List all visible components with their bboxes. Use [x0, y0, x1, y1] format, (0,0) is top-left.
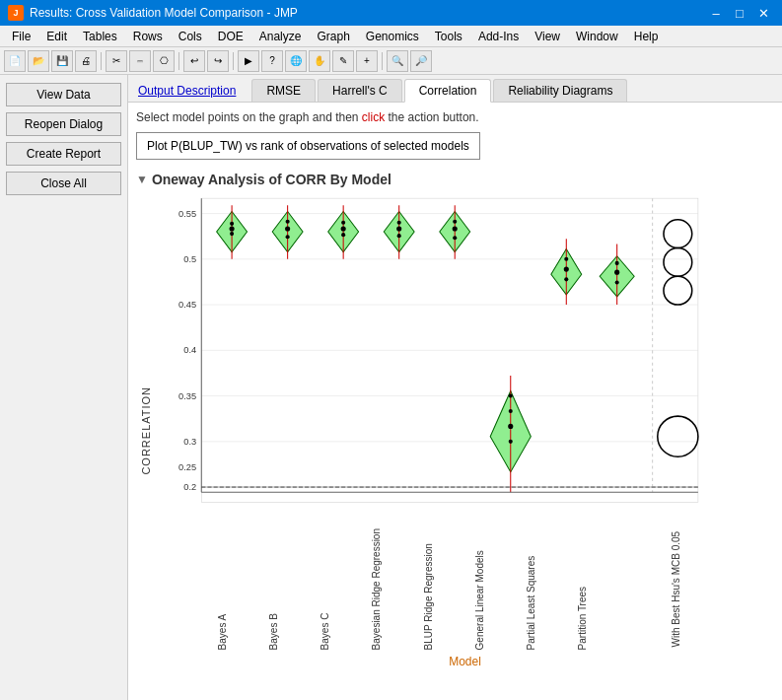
sidebar: View Data Reopen Dialog Create Report Cl… — [0, 75, 128, 700]
svg-point-25 — [286, 235, 290, 239]
menu-edit[interactable]: Edit — [38, 26, 75, 46]
toolbar-undo[interactable]: ↩ — [183, 50, 205, 72]
svg-text:0.45: 0.45 — [178, 300, 196, 310]
reopen-dialog-button[interactable]: Reopen Dialog — [6, 112, 121, 136]
svg-point-33 — [397, 234, 401, 238]
svg-point-29 — [341, 233, 345, 237]
menu-view[interactable]: View — [527, 26, 568, 46]
x-label-mcb: With Best Hsu's MCB 0.05 — [671, 528, 730, 650]
click-word: click — [362, 110, 385, 124]
app-icon: J — [8, 5, 24, 21]
tab-output-description[interactable]: Output Description — [128, 80, 246, 102]
toolbar-cursor[interactable]: ▶ — [238, 50, 259, 72]
main-area: View Data Reopen Dialog Create Report Cl… — [0, 75, 782, 700]
svg-point-39 — [508, 424, 513, 429]
svg-point-24 — [286, 220, 290, 224]
toolbar-sep2 — [178, 52, 179, 70]
svg-text:0.2: 0.2 — [183, 482, 196, 492]
menu-help[interactable]: Help — [626, 26, 667, 46]
x-label-glm: General Linear Models — [474, 528, 492, 650]
toolbar-paste[interactable]: ⎔ — [153, 50, 175, 72]
view-data-button[interactable]: View Data — [6, 83, 121, 106]
toolbar-new[interactable]: 📄 — [4, 50, 26, 72]
x-label-partition-trees: Partition Trees — [577, 528, 595, 650]
x-label-bayes-c: Bayes C — [320, 528, 337, 650]
toolbar-save[interactable]: 💾 — [51, 50, 73, 72]
menu-cols[interactable]: Cols — [171, 26, 210, 46]
toolbar-plus[interactable]: + — [356, 50, 378, 72]
chart-collapse-arrow[interactable]: ▼ — [136, 173, 148, 186]
menu-graph[interactable]: Graph — [309, 26, 357, 46]
toolbar-globe[interactable]: 🌐 — [285, 50, 307, 72]
x-label-bayes-b: Bayes B — [268, 528, 286, 650]
menu-file[interactable]: File — [4, 26, 38, 46]
window-controls: – □ ✕ — [705, 3, 774, 23]
chart-title: Oneway Analysis of CORR By Model — [152, 172, 391, 187]
svg-point-42 — [509, 394, 513, 398]
svg-point-44 — [564, 267, 569, 272]
x-label-bayes-a: Bayes A — [217, 528, 235, 650]
action-button-label[interactable]: Plot P(BLUP_TW) vs rank of observations … — [136, 132, 480, 160]
menu-tools[interactable]: Tools — [427, 26, 470, 46]
toolbar-copy[interactable]: ⎓ — [129, 50, 151, 72]
svg-text:0.35: 0.35 — [178, 391, 196, 401]
toolbar: 📄 📂 💾 🖨 ✂ ⎓ ⎔ ↩ ↪ ▶ ? 🌐 ✋ ✎ + 🔍 🔎 — [0, 47, 782, 75]
toolbar-cut[interactable]: ✂ — [106, 50, 127, 72]
tab-rmse[interactable]: RMSE — [251, 79, 316, 102]
y-axis-label: CORRELATION — [136, 193, 156, 668]
svg-point-41 — [509, 440, 513, 444]
tab-bar: Output Description RMSE Harrell's C Corr… — [128, 75, 782, 103]
svg-point-50 — [615, 280, 619, 284]
toolbar-brush[interactable]: ✎ — [332, 50, 354, 72]
toolbar-print[interactable]: 🖨 — [75, 50, 97, 72]
toolbar-zoom-in[interactable]: 🔍 — [387, 50, 408, 72]
svg-point-48 — [614, 270, 619, 275]
create-report-button[interactable]: Create Report — [6, 142, 121, 166]
chart-area[interactable]: 0.55 0.5 0.45 0.4 0.35 0.3 0.25 0.2 — [156, 193, 774, 668]
svg-text:0.3: 0.3 — [183, 437, 196, 447]
svg-text:0.4: 0.4 — [183, 345, 196, 355]
close-button[interactable]: ✕ — [752, 3, 774, 23]
maximize-button[interactable]: □ — [729, 3, 750, 23]
svg-point-23 — [285, 226, 290, 231]
toolbar-zoom-out[interactable]: 🔎 — [410, 50, 432, 72]
x-axis-title: Model — [156, 655, 774, 668]
tab-harrells-c[interactable]: Harrell's C — [318, 79, 402, 102]
menu-bar: File Edit Tables Rows Cols DOE Analyze G… — [0, 26, 782, 47]
x-label-blup-ridge: BLUP Ridge Regression — [423, 528, 441, 650]
instruction-text: Select model points on the graph and the… — [136, 110, 774, 124]
close-all-button[interactable]: Close All — [6, 172, 121, 195]
window-title: Results: Cross Validation Model Comparis… — [30, 6, 298, 20]
svg-text:0.25: 0.25 — [178, 462, 196, 472]
svg-point-20 — [230, 222, 234, 226]
menu-tables[interactable]: Tables — [75, 26, 125, 46]
toolbar-sep4 — [382, 52, 383, 70]
chart-container: CORRELATION — [136, 193, 774, 668]
menu-doe[interactable]: DOE — [210, 26, 251, 46]
svg-point-27 — [341, 226, 346, 231]
menu-rows[interactable]: Rows — [125, 26, 171, 46]
toolbar-help[interactable]: ? — [261, 50, 283, 72]
chart-svg[interactable]: 0.55 0.5 0.45 0.4 0.35 0.3 0.25 0.2 — [156, 193, 774, 527]
tab-correlation[interactable]: Correlation — [404, 79, 492, 103]
toolbar-sep1 — [101, 52, 102, 70]
menu-analyze[interactable]: Analyze — [251, 26, 310, 46]
content-panel: Select model points on the graph and the… — [128, 103, 782, 700]
tab-reliability-diagrams[interactable]: Reliability Diagrams — [493, 79, 627, 102]
chart-section: ▼ Oneway Analysis of CORR By Model CORRE… — [136, 172, 774, 668]
toolbar-open[interactable]: 📂 — [28, 50, 49, 72]
content-area: Output Description RMSE Harrell's C Corr… — [128, 75, 782, 700]
x-label-bayesian-ridge: Bayesian Ridge Regression — [371, 528, 389, 650]
menu-window[interactable]: Window — [568, 26, 626, 46]
x-axis-labels: Bayes A Bayes B Bayes C Bayesian Ridge R… — [156, 528, 774, 650]
svg-point-36 — [453, 220, 457, 224]
x-label-pls: Partial Least Squares — [526, 528, 543, 650]
svg-point-19 — [230, 226, 235, 231]
menu-add-ins[interactable]: Add-Ins — [470, 26, 527, 46]
svg-point-31 — [396, 226, 401, 231]
menu-genomics[interactable]: Genomics — [358, 26, 427, 46]
toolbar-hand[interactable]: ✋ — [309, 50, 330, 72]
toolbar-redo[interactable]: ↪ — [207, 50, 229, 72]
minimize-button[interactable]: – — [705, 3, 727, 23]
svg-point-46 — [564, 277, 568, 281]
